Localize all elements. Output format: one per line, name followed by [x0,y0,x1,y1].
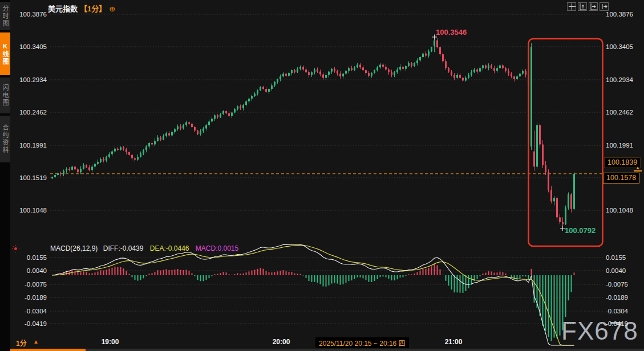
time-tick-label: 20:00 [273,338,290,346]
axis-label: 100.2934 [606,76,643,84]
axis-label: -0.0075 [11,280,47,288]
sidebar-tab-kline[interactable]: K线图 [0,32,10,75]
selected-time-range-label: 2025/11/20 20:15 ~ 20:16 四 [315,337,409,348]
chart-scrollbar-track[interactable] [0,349,644,351]
axis-label: -0.0419 [11,320,47,328]
pan-icon [568,3,576,10]
chart-type-sidebar: 分时图 K线图 闪电图 合约资料 [0,0,10,351]
time-tick-label: 21:00 [445,338,463,346]
time-tick-label: 19:00 [102,338,119,346]
axis-label: 100.2934 [11,76,47,84]
sidebar-tab-lightning[interactable]: 闪电图 [0,77,10,113]
macd-name-label: MACD(26,12,9) [50,244,98,252]
axis-label: 0.0155 [606,254,643,262]
last-price-badge: 100.1578 [603,173,639,183]
axis-label: 100.1048 [606,206,643,214]
axis-label: 100.1519 [11,174,47,182]
timeframe-dropdown-icon[interactable]: ▲ [33,338,39,345]
axis-label: -0.0304 [606,307,643,315]
macd-settings-icon[interactable] [12,245,20,253]
price-chart-canvas[interactable] [0,0,644,351]
trading-app-window: FX678 分时图 K线图 闪电图 合约资料 美元指数【1分】⊕ [0,0,644,351]
scale-price-button[interactable] [578,2,587,11]
axis-label: 100.1048 [11,206,47,214]
axis-label: 100.2462 [11,108,47,116]
session-low-annotation: 100.0792 [565,226,596,235]
chart-scrollbar-thumb[interactable] [8,349,86,351]
scale-time-button[interactable] [589,2,598,11]
symbol-title: 美元指数 [48,5,78,13]
axis-label: -0.0304 [11,307,47,315]
axis-label: 0.0040 [606,267,643,275]
shift-right-icon [601,3,608,10]
timeframe-selector[interactable]: 1分 [16,338,27,348]
pan-button[interactable] [567,2,576,11]
axis-label: 100.3876 [11,10,47,18]
sidebar-tab-timeline[interactable]: 分时图 [0,2,10,30]
axis-label: 0.0155 [11,254,47,262]
shift-right-button[interactable] [600,2,609,11]
axis-label: 100.3876 [606,10,643,18]
sidebar-tab-contract-info[interactable]: 合约资料 [0,116,10,162]
axis-label: 100.3405 [606,43,643,51]
axis-label: 100.3405 [11,43,47,51]
add-indicator-icon[interactable]: ⊕ [109,5,115,13]
axis-label: -0.0189 [11,293,47,301]
axis-label: 0.0040 [11,267,47,275]
macd-diff-value: DIFF:-0.0439 [103,244,144,252]
timeframe-label: 【1分】 [80,5,106,13]
macd-header: MACD(26,12,9) DIFF:-0.0439 DEA:-0.0446 M… [50,244,238,252]
axis-label: 100.1991 [606,141,643,149]
macd-dea-value: DEA:-0.0446 [150,244,189,252]
axis-label: -0.0419 [606,320,643,328]
chart-title-bar: 美元指数【1分】⊕ [48,3,115,14]
scale-price-icon [579,3,586,10]
chart-toolbar [567,2,609,11]
axis-label: 100.1991 [11,141,47,149]
axis-label: -0.0189 [606,293,643,301]
scale-time-icon [590,3,597,10]
axis-label: 100.2462 [606,108,643,116]
price-marker-icon: ▲ [634,166,642,172]
macd-macd-value: MACD:0.0015 [196,244,238,252]
axis-label: -0.0075 [606,280,643,288]
session-high-annotation: 100.3546 [436,28,467,36]
